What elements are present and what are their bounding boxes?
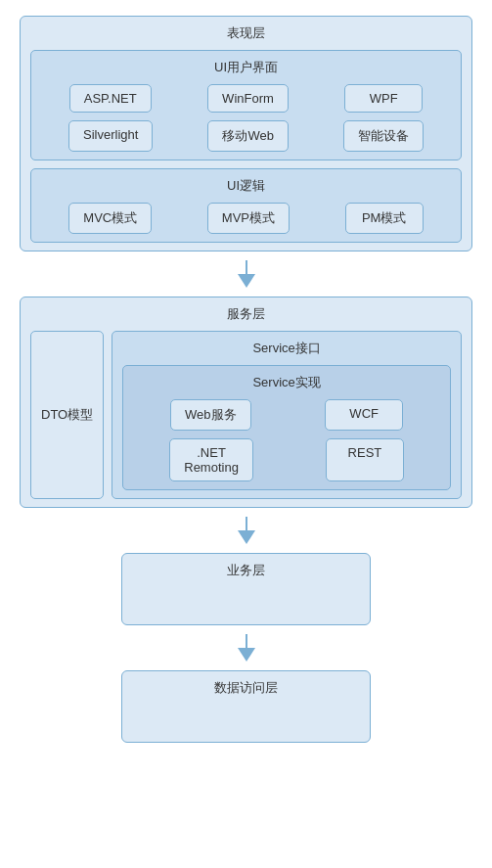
item-pm: PM模式 <box>345 203 424 234</box>
arrow-head-3 <box>238 648 255 662</box>
arrow-head-1 <box>238 274 255 288</box>
item-silverlight: Silverlight <box>68 120 153 152</box>
item-rest: REST <box>326 438 404 481</box>
item-mvc: MVC模式 <box>68 203 152 234</box>
presentation-layer: 表现层 UI用户界面 ASP.NET WinForm WPF Silverlig… <box>20 16 472 251</box>
service-layer: 服务层 DTO模型 Service接口 Service实现 Web服务 WCF … <box>20 297 472 508</box>
arrow-line-1 <box>246 260 247 274</box>
service-impl-row-1: Web服务 WCF <box>133 399 440 431</box>
item-aspnet: ASP.NET <box>69 84 152 113</box>
service-impl-row-2: .NET Remoting REST <box>133 438 440 481</box>
arrow-head-2 <box>238 530 255 544</box>
item-winform: WinForm <box>207 84 289 113</box>
business-layer: 业务层 <box>121 553 371 625</box>
item-mvp: MVP模式 <box>207 203 290 234</box>
ui-logic-section: UI逻辑 MVC模式 MVP模式 PM模式 <box>30 168 462 243</box>
arrow-line-3 <box>246 634 247 648</box>
arrow-line-2 <box>246 517 247 530</box>
data-access-layer-title: 数据访问层 <box>132 679 360 697</box>
arrow-2 <box>238 516 255 545</box>
service-layer-title: 服务层 <box>30 305 462 323</box>
service-interface-box: Service接口 Service实现 Web服务 WCF .NET Remot… <box>112 331 462 499</box>
presentation-layer-title: 表现层 <box>30 24 462 42</box>
arrow-shaft-2 <box>238 517 255 544</box>
item-smart-device: 智能设备 <box>343 120 424 152</box>
arrow-3 <box>238 633 255 662</box>
ui-section: UI用户界面 ASP.NET WinForm WPF Silverlight 移… <box>30 50 462 160</box>
item-net-remoting: .NET Remoting <box>169 438 253 481</box>
item-wcf: WCF <box>325 399 403 431</box>
service-impl-box: Service实现 Web服务 WCF .NET Remoting REST <box>122 365 451 490</box>
ui-logic-title: UI逻辑 <box>41 177 451 195</box>
arrow-shaft-3 <box>238 634 255 662</box>
item-web-service: Web服务 <box>170 399 251 431</box>
arrow-shaft-1 <box>238 260 255 288</box>
dto-box: DTO模型 <box>30 331 104 499</box>
service-impl-title: Service实现 <box>133 374 440 391</box>
business-layer-title: 业务层 <box>132 562 360 579</box>
service-content: DTO模型 Service接口 Service实现 Web服务 WCF .NET… <box>30 331 462 499</box>
ui-row-1: ASP.NET WinForm WPF <box>41 84 451 113</box>
data-access-layer: 数据访问层 <box>121 670 371 743</box>
ui-section-title: UI用户界面 <box>41 59 451 76</box>
service-interface-title: Service接口 <box>122 340 451 357</box>
item-mobile-web: 移动Web <box>207 120 289 152</box>
ui-row-2: Silverlight 移动Web 智能设备 <box>41 120 451 152</box>
arrow-1 <box>238 259 255 289</box>
ui-logic-row-1: MVC模式 MVP模式 PM模式 <box>41 203 451 234</box>
item-wpf: WPF <box>344 84 423 113</box>
